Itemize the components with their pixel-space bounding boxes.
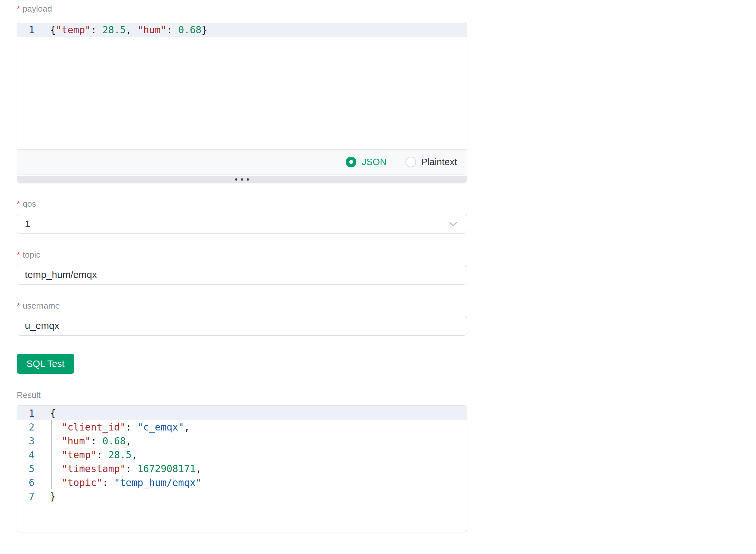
required-asterisk: * xyxy=(17,250,20,260)
required-asterisk: * xyxy=(17,301,20,311)
radio-unselected-icon[interactable] xyxy=(406,157,416,167)
sql-test-form: *payload 1{"temp": 28.5, "hum": 0.68} JS… xyxy=(17,0,467,532)
payload-editor-lines[interactable]: 1{"temp": 28.5, "hum": 0.68} xyxy=(17,22,467,149)
qos-selected-value: 1 xyxy=(25,218,30,229)
format-radio-json[interactable]: JSON xyxy=(346,157,386,167)
line-number: 3 xyxy=(17,434,35,448)
line-number: 1 xyxy=(17,406,35,420)
code-content: } xyxy=(50,490,467,503)
code-line[interactable]: 5 "timestamp": 1672908171, xyxy=(17,462,467,476)
code-line[interactable]: 4 "temp": 28.5, xyxy=(17,448,467,462)
code-content: "topic": "temp_hum/emqx" xyxy=(50,476,467,490)
result-editor-lines[interactable]: 1{2 "client_id": "c_emqx",3 "hum": 0.68,… xyxy=(17,406,467,532)
username-label: *username xyxy=(17,301,467,311)
code-content: "timestamp": 1672908171, xyxy=(50,462,467,476)
code-content: {"temp": 28.5, "hum": 0.68} xyxy=(50,23,467,37)
code-line[interactable]: 6 "topic": "temp_hum/emqx" xyxy=(17,476,467,490)
qos-select[interactable]: 1 xyxy=(17,214,467,234)
payload-label-text: payload xyxy=(22,4,52,13)
code-line[interactable]: 7} xyxy=(17,490,467,503)
payload-field-group: *payload 1{"temp": 28.5, "hum": 0.68} JS… xyxy=(17,4,467,183)
resize-handle-dot xyxy=(247,178,249,180)
line-number: 1 xyxy=(17,23,35,37)
radio-selected-icon[interactable] xyxy=(346,157,357,167)
topic-label-text: topic xyxy=(22,250,40,260)
required-asterisk: * xyxy=(17,4,20,13)
topic-label: *topic xyxy=(17,250,467,260)
qos-field-group: *qos 1 xyxy=(17,199,467,234)
line-number: 5 xyxy=(17,462,35,476)
result-label: Result xyxy=(17,390,467,400)
resize-handle-dot xyxy=(241,178,243,180)
payload-code-editor[interactable]: 1{"temp": 28.5, "hum": 0.68} JSON Plaint… xyxy=(17,22,467,174)
required-asterisk: * xyxy=(17,199,20,209)
format-radio-plaintext[interactable]: Plaintext xyxy=(406,157,457,167)
username-label-text: username xyxy=(22,301,60,311)
qos-label: *qos xyxy=(17,199,467,209)
code-content: { xyxy=(50,406,467,420)
username-input[interactable] xyxy=(17,316,467,336)
line-number: 6 xyxy=(17,476,35,490)
chevron-down-icon xyxy=(447,218,459,230)
resize-handle-dot xyxy=(235,178,237,180)
line-number: 2 xyxy=(17,420,35,434)
payload-format-bar: JSON Plaintext xyxy=(17,149,467,174)
code-content: "client_id": "c_emqx", xyxy=(50,420,467,434)
code-line[interactable]: 1{"temp": 28.5, "hum": 0.68} xyxy=(17,23,467,37)
qos-label-text: qos xyxy=(22,199,36,209)
sql-test-button[interactable]: SQL Test xyxy=(17,354,74,374)
format-radio-json-label[interactable]: JSON xyxy=(362,157,386,167)
code-line[interactable]: 2 "client_id": "c_emqx", xyxy=(17,420,467,434)
result-code-viewer[interactable]: 1{2 "client_id": "c_emqx",3 "hum": 0.68,… xyxy=(17,405,467,532)
code-line[interactable]: 1{ xyxy=(17,406,467,420)
line-number: 7 xyxy=(17,490,35,503)
editor-resize-handle[interactable] xyxy=(17,176,467,183)
line-number: 4 xyxy=(17,448,35,462)
username-field-group: *username xyxy=(17,301,467,336)
format-radio-plaintext-label[interactable]: Plaintext xyxy=(421,157,457,167)
topic-input[interactable] xyxy=(17,265,467,285)
code-content: "hum": 0.68, xyxy=(50,434,467,448)
payload-label: *payload xyxy=(17,4,467,13)
code-line[interactable]: 3 "hum": 0.68, xyxy=(17,434,467,448)
code-content: "temp": 28.5, xyxy=(50,448,467,462)
topic-field-group: *topic xyxy=(17,250,467,285)
